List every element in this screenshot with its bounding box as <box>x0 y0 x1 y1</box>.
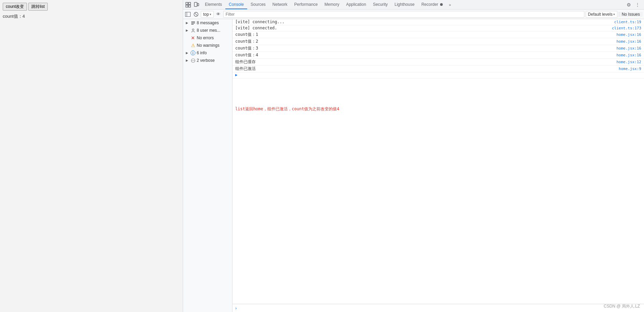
top-context-label: top <box>203 12 209 17</box>
user-messages-arrow: ▶ <box>186 29 189 32</box>
app-buttons: count改变 跳转list <box>3 3 180 11</box>
source-link[interactable]: home.jsx:16 <box>616 39 641 44</box>
devtools-nav-icons <box>184 1 200 9</box>
sidebar-item-user-messages[interactable]: ▶ 8 user mes... <box>183 27 232 34</box>
sidebar-item-info[interactable]: ▶ i 6 info <box>183 49 232 57</box>
top-context-selector[interactable]: top ▾ <box>201 11 214 18</box>
tab-recorder[interactable]: Recorder ⏺ <box>418 0 447 9</box>
levels-arrow: ▾ <box>613 13 615 16</box>
no-issues-badge[interactable]: No Issues <box>619 12 643 17</box>
console-message: [vite] connecting... <box>235 19 612 24</box>
more-tabs-button[interactable]: » <box>447 0 453 9</box>
default-levels-selector[interactable]: Default levels ▾ <box>586 11 617 18</box>
svg-point-15 <box>192 60 192 61</box>
console-message: 组件已缓存 <box>235 59 614 65</box>
console-body: ▶ 8 messages ▶ <box>183 19 644 312</box>
tab-application[interactable]: Application <box>343 0 370 9</box>
console-message: count值：1 <box>235 32 614 38</box>
devtools-nav: Elements Console Sources Network Perform… <box>183 0 644 10</box>
source-link[interactable]: home.jsx:9 <box>619 67 641 71</box>
tab-elements[interactable]: Elements <box>201 0 225 9</box>
console-content: [vite] connecting... client.ts:19 [vite]… <box>233 19 644 304</box>
verbose-arrow: ▶ <box>186 59 189 62</box>
console-message: 组件已激活 <box>235 66 616 72</box>
console-row: count值：2 home.jsx:16 <box>233 38 644 45</box>
count-display: count值：4 <box>3 13 180 19</box>
user-messages-label: 8 user mes... <box>197 28 220 33</box>
console-prompt-icon: › <box>235 306 237 311</box>
console-row: [vite] connected. client.ts:173 <box>233 25 644 31</box>
clear-console-icon[interactable] <box>193 11 199 18</box>
svg-rect-5 <box>197 3 199 6</box>
info-icon: i <box>191 51 195 55</box>
console-message: count值：4 <box>235 52 614 58</box>
more-settings-icon[interactable]: ⋮ <box>634 1 641 9</box>
error-icon: ✕ <box>191 36 195 40</box>
source-link[interactable]: home.jsx:16 <box>616 32 641 37</box>
filter-input[interactable] <box>223 11 584 18</box>
source-link[interactable]: home.jsx:16 <box>616 53 641 57</box>
inspect-element-icon[interactable] <box>184 1 192 9</box>
svg-point-13 <box>192 29 194 30</box>
console-row-red: list返回home，组件已激活，count值为之前改变的值4 <box>233 106 644 112</box>
tab-memory[interactable]: Memory <box>321 0 343 9</box>
svg-rect-6 <box>185 12 191 16</box>
console-expand-row[interactable]: ▶ <box>233 72 644 79</box>
info-arrow: ▶ <box>186 51 189 55</box>
source-link[interactable]: home.jsx:16 <box>616 46 641 51</box>
console-row: 组件已激活 home.jsx:9 <box>233 66 644 72</box>
watermark: CSDN @ 局外人.LZ <box>604 303 640 309</box>
svg-point-16 <box>193 60 193 61</box>
top-context-arrow: ▾ <box>210 13 211 16</box>
svg-point-17 <box>194 60 194 61</box>
console-row: count值：3 home.jsx:16 <box>233 45 644 52</box>
no-issues-label: No Issues <box>622 12 640 17</box>
verbose-icon <box>191 58 195 63</box>
tab-security[interactable]: Security <box>370 0 391 9</box>
tab-lighthouse[interactable]: Lighthouse <box>391 0 418 9</box>
sidebar-item-errors[interactable]: ✕ No errors <box>183 34 232 42</box>
console-toolbar: top ▾ 👁 Default levels ▾ No Issues <box>183 10 644 19</box>
svg-rect-1 <box>189 2 191 4</box>
sidebar-item-warnings[interactable]: ⚠ No warnings <box>183 42 232 49</box>
console-message: count值：3 <box>235 45 614 51</box>
svg-rect-4 <box>194 2 197 6</box>
console-row: count值：1 home.jsx:16 <box>233 31 644 38</box>
svg-rect-3 <box>189 5 191 7</box>
console-message-red: list返回home，组件已激活，count值为之前改变的值4 <box>235 106 641 112</box>
settings-icon[interactable]: ⚙ <box>625 1 632 9</box>
count-label: count值： <box>3 14 23 19</box>
tab-sources[interactable]: Sources <box>247 0 269 9</box>
messages-icon <box>191 20 195 25</box>
count-change-button[interactable]: count改变 <box>3 3 27 11</box>
tab-network[interactable]: Network <box>269 0 291 9</box>
devtools-tabs: Elements Console Sources Network Perform… <box>201 0 453 9</box>
tab-performance[interactable]: Performance <box>291 0 321 9</box>
svg-rect-0 <box>186 2 188 4</box>
app-panel: count改变 跳转list count值：4 <box>0 0 183 312</box>
svg-rect-11 <box>191 23 195 23</box>
source-link[interactable]: client.ts:173 <box>612 26 641 30</box>
warning-icon: ⚠ <box>191 43 195 48</box>
console-input-row: › <box>233 304 644 312</box>
sidebar-toggle-icon[interactable] <box>184 11 191 18</box>
console-message: count值：2 <box>235 39 614 44</box>
tab-console[interactable]: Console <box>225 0 247 9</box>
eye-icon[interactable]: 👁 <box>215 11 222 18</box>
svg-rect-12 <box>191 24 194 25</box>
jump-list-button[interactable]: 跳转list <box>28 3 48 11</box>
source-link[interactable]: client.ts:19 <box>614 20 641 24</box>
console-row: count值：4 home.jsx:16 <box>233 52 644 59</box>
errors-label: No errors <box>197 36 214 40</box>
source-link[interactable]: home.jsx:12 <box>616 60 641 64</box>
expand-icon: ▶ <box>235 73 238 77</box>
devtools-panel: Elements Console Sources Network Perform… <box>183 0 644 312</box>
device-mode-icon[interactable] <box>193 1 200 9</box>
sidebar-item-messages[interactable]: ▶ 8 messages <box>183 19 232 27</box>
console-row: [vite] connecting... client.ts:19 <box>233 19 644 25</box>
messages-arrow: ▶ <box>186 21 189 25</box>
svg-rect-10 <box>191 22 195 22</box>
count-value: 4 <box>23 14 25 19</box>
warnings-label: No warnings <box>197 43 220 48</box>
sidebar-item-verbose[interactable]: ▶ 2 verbose <box>183 57 232 64</box>
